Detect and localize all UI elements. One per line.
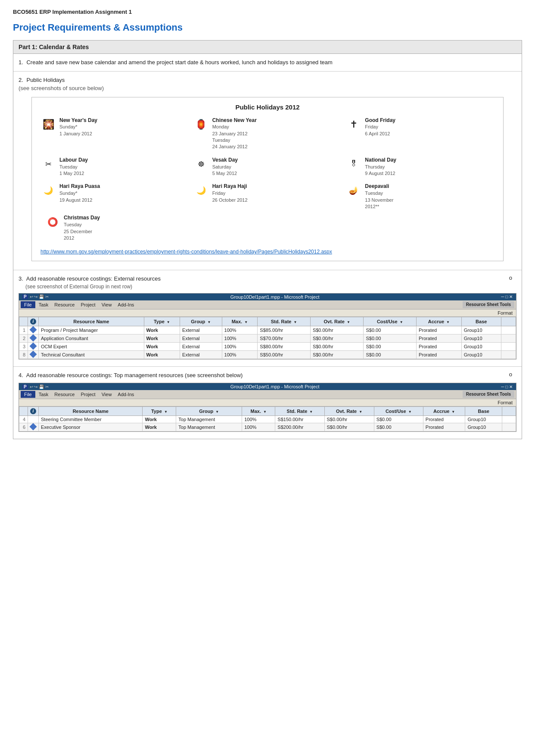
ovt-rate-1-1: S$0.00/hr [310, 326, 364, 334]
format-row-1: Format [19, 309, 516, 317]
tab-addins-2[interactable]: Add-Ins [115, 391, 137, 398]
section-2: 2. Public Holidays(see screenshots of so… [13, 72, 522, 271]
col-blank-1 [19, 317, 28, 326]
type-dropdown-1[interactable]: ▼ [167, 320, 170, 324]
ovt-rate-label-1: Ovt. Rate [324, 319, 345, 324]
tab-task-2[interactable]: Task [36, 391, 51, 398]
diamond-icon-8-1 [30, 350, 37, 358]
accrue-dropdown-1[interactable]: ▼ [446, 320, 450, 324]
std-rate-dropdown-2[interactable]: ▼ [309, 410, 313, 414]
labour-info: Labour Day Tuesday 1 May 2012 [59, 156, 88, 177]
section-2-num: 2. [19, 77, 23, 83]
std-rate-dropdown-1[interactable]: ▼ [294, 320, 297, 324]
section-3-text: Add reasonable resource costings: Extern… [26, 275, 161, 282]
tab-resource-2[interactable]: Resource [52, 391, 77, 398]
tab-project-2[interactable]: Project [78, 391, 98, 398]
col-extra-2 [502, 407, 516, 416]
info-icon-header-2: i [30, 408, 36, 414]
group-dropdown-1[interactable]: ▼ [207, 320, 211, 324]
holiday-christmas: ⭕ Christmas Day Tuesday 25 December 2012 [45, 214, 495, 241]
cost-use-8-1: S$0.00 [364, 350, 417, 359]
tab-project-1[interactable]: Project [78, 301, 98, 308]
std-rate-2-1: S$70.00/hr [258, 334, 311, 342]
resource-sheet-tools-label-1: Resource Sheet Tools [463, 301, 514, 308]
cost-use-6-2: S$0.00 [374, 423, 423, 431]
resource-table-1: i Resource Name Type ▼ Group ▼ Max. [19, 317, 516, 359]
table-row: 8 Technical Consultant Work External 100… [19, 350, 516, 359]
tab-task-1[interactable]: Task [36, 301, 51, 308]
group-dropdown-2[interactable]: ▼ [215, 410, 219, 414]
cost-use-4-2: S$0.00 [374, 416, 423, 423]
tab-file-2[interactable]: File [21, 391, 35, 398]
hari-raya-haji-icon: 🌙 [193, 183, 209, 198]
cost-use-3-1: S$0.00 [364, 342, 417, 350]
ms-title-bar-1: P ↩ ↪ 💾 ✂ Group10Del1part1.mpp - Microso… [19, 294, 516, 300]
type-dropdown-2[interactable]: ▼ [164, 410, 168, 414]
type-label-2: Type [151, 409, 162, 414]
type-6-2: Work [143, 423, 176, 431]
row-icon-2-1 [28, 334, 39, 342]
ribbon-spacer-2 [137, 391, 461, 398]
deepavali-icon: 🪔 [346, 183, 361, 198]
format-tab-2[interactable]: Format [498, 400, 513, 405]
max-3-1: 100% [222, 342, 258, 350]
tab-resource-1[interactable]: Resource [52, 301, 77, 308]
base-2-1: Group10 [461, 334, 501, 342]
cost-use-2-1: S$0.00 [364, 334, 417, 342]
cost-use-dropdown-2[interactable]: ▼ [408, 410, 412, 414]
max-label-2: Max. [251, 409, 261, 414]
holiday-link[interactable]: http://www.mom.gov.sg/employment-practic… [40, 249, 332, 255]
diamond-icon-3-1 [30, 342, 37, 350]
section-3-content: 3. Add reasonable resource costings: Ext… [19, 275, 516, 290]
std-rate-1-1: S$85.00/hr [258, 326, 311, 334]
tab-view-1[interactable]: View [99, 301, 115, 308]
std-rate-8-1: S$50.00/hr [258, 350, 311, 359]
ovt-rate-8-1: S$0.00/hr [310, 350, 364, 359]
row-num-8-1: 8 [19, 350, 28, 359]
tab-addins-1[interactable]: Add-Ins [115, 301, 137, 308]
cost-use-dropdown-1[interactable]: ▼ [400, 320, 403, 324]
format-tab-1[interactable]: Format [498, 310, 513, 316]
ms-window-controls-1: ─ □ ✕ [501, 294, 513, 299]
tab-view-2[interactable]: View [99, 391, 115, 398]
christmas-info: Christmas Day Tuesday 25 December 2012 [64, 214, 100, 241]
type-label-1: Type [154, 319, 165, 324]
labour-icon: ✂ [40, 156, 56, 172]
max-1-1: 100% [222, 326, 258, 334]
std-rate-6-2: S$200.00/hr [275, 423, 324, 431]
accrue-dropdown-2[interactable]: ▼ [451, 410, 455, 414]
max-dropdown-1[interactable]: ▼ [244, 320, 248, 324]
doc-header: BCO5651 ERP Implementation Assignment 1 [13, 9, 522, 15]
resource-screenshot-1: P ↩ ↪ 💾 ✂ Group10Del1part1.mpp - Microso… [19, 293, 516, 359]
resource-name-3-1: OCM Expert [39, 342, 144, 350]
accrue-4-2: Prorated [423, 416, 465, 423]
tab-file-1[interactable]: File [21, 301, 35, 308]
section-3-text-block: 3. Add reasonable resource costings: Ext… [19, 275, 161, 290]
row-icon-6-2 [28, 423, 39, 431]
section-4-content: 4. Add reasonable resource costings: Top… [19, 371, 516, 380]
new-years-info: New Year's Day Sunday* 1 January 2012 [59, 117, 97, 137]
ovt-rate-dropdown-1[interactable]: ▼ [347, 320, 350, 324]
col-accrue-1: Accrue ▼ [416, 317, 461, 326]
holiday-hari-raya-puasa: 🌙 Hari Raya Puasa Sunday* 19 August 2012 [40, 183, 189, 210]
new-years-icon: 🎇 [40, 117, 56, 132]
type-8-1: Work [144, 350, 180, 359]
max-label-1: Max. [232, 319, 242, 324]
col-ovt-rate-2: Ovt. Rate ▼ [324, 407, 374, 416]
section-4-num: 4. [19, 372, 23, 378]
ovt-rate-6-2: S$0.00/hr [324, 423, 374, 431]
ovt-rate-dropdown-2[interactable]: ▼ [359, 410, 362, 414]
cost-use-1-1: S$0.00 [364, 326, 417, 334]
ms-window-title-2: Group10Del1part1.mpp - Microsoft Project [230, 384, 320, 389]
row-num-4-2: 4 [19, 416, 28, 423]
row-icon-1-1 [28, 326, 39, 334]
ovt-rate-label-2: Ovt. Rate [336, 409, 357, 414]
diamond-icon-6-2 [30, 423, 37, 431]
resource-table-2: i Resource Name Type ▼ Group ▼ Max. [19, 406, 516, 431]
ms-app-icons-2: P ↩ ↪ 💾 ✂ [22, 384, 49, 389]
hari-raya-puasa-info: Hari Raya Puasa Sunday* 19 August 2012 [59, 183, 100, 203]
type-1-1: Work [144, 326, 180, 334]
ribbon-tabs-1: File Task Resource Project View Add-Ins … [19, 300, 516, 309]
max-dropdown-2[interactable]: ▼ [263, 410, 267, 414]
ribbon-spacer-1 [137, 301, 461, 308]
